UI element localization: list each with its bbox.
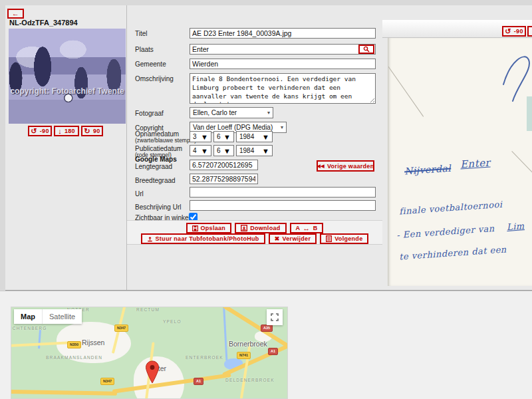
swap-a-b-button[interactable]: A ↔ B	[290, 223, 324, 233]
stream	[223, 307, 227, 360]
save-icon	[192, 225, 198, 231]
resize-grip-icon[interactable]	[368, 96, 374, 102]
stream	[38, 330, 41, 348]
map-area-label: LICHTENBERG	[11, 326, 47, 331]
beschrijving-url-input[interactable]	[190, 200, 376, 211]
n-road	[239, 342, 251, 399]
plaats-input[interactable]	[190, 44, 376, 55]
handwriting-line: Lim	[507, 221, 525, 232]
scanned-note: Nijverdal Enter finale voetbaltoernooi -…	[388, 38, 532, 286]
opslaan-button[interactable]: Opslaan	[186, 223, 232, 233]
handwriting-line: finale voetbaltoernooi	[399, 200, 503, 217]
breedtegraad-label: Breedtegraad	[135, 177, 176, 184]
map-type-control: Map Satellite	[14, 309, 82, 324]
chevron-down-icon: ▾	[281, 124, 283, 130]
handwriting-line: Nijverdal	[404, 163, 452, 177]
highway-road	[11, 390, 117, 396]
beschrijving-url-label: Beschrijving Url	[135, 203, 181, 211]
a-road-badge: A35	[261, 325, 273, 332]
double-left-arrow-icon: ◀◀	[317, 164, 325, 169]
photo-thumbnail: copyright: Fotoarchief Twente	[9, 29, 126, 124]
volgende-button[interactable]: Volgende	[320, 233, 368, 244]
gemeente-input[interactable]	[190, 59, 376, 69]
map-town-label: Bornerbroek	[229, 340, 267, 348]
gemeente-label: Gemeente	[135, 61, 166, 68]
handwriting-line: te verhinderen dat een	[399, 244, 507, 261]
map-tab[interactable]: Map	[14, 309, 42, 324]
publicatiedatum-day-select[interactable]: 4▼	[190, 145, 211, 156]
n-road-badge: N741	[237, 352, 251, 359]
opnamedatum-month-select[interactable]: 6▼	[213, 131, 234, 142]
back-button[interactable]: ←	[7, 9, 24, 19]
n-road-badge: N347	[114, 325, 128, 332]
map-area-label: BRAAKMANSLANDEN	[46, 355, 102, 360]
left-right-arrow-icon: ↔	[303, 225, 310, 232]
chevron-down-icon: ▼	[223, 133, 231, 141]
chevron-down-icon: ▾	[267, 110, 270, 116]
google-maps-heading: Google Maps	[135, 156, 177, 163]
rotate-ccw-icon: ↺	[505, 28, 511, 35]
satellite-tab[interactable]: Satellite	[42, 309, 82, 324]
download-icon	[241, 225, 247, 231]
watermark-text: copyright: Fotoarchief Twente	[9, 86, 126, 96]
map-pin[interactable]	[145, 360, 160, 384]
next-page-icon	[326, 235, 332, 242]
omschrijving-textarea[interactable]: Finale 8 Bondentoernooi. Een verdediger …	[190, 73, 376, 104]
plaats-label: Plaats	[135, 46, 154, 53]
record-id: NL-OdzTFA_347894	[9, 19, 78, 27]
chevron-down-icon: ▼	[201, 147, 208, 155]
publicatiedatum-year-select[interactable]: 1984▼	[236, 145, 273, 156]
omschrijving-label: Omschrijving	[135, 75, 174, 82]
publicatiedatum-month-select[interactable]: 6▼	[213, 145, 234, 156]
url-label: Url	[135, 190, 144, 198]
n-road-badge: N350	[67, 341, 81, 348]
scan-rotate-partial-button[interactable]	[527, 26, 532, 37]
rotate-180-button[interactable]: ↓ 180	[54, 126, 79, 136]
search-icon	[363, 46, 370, 53]
rotate-cw-icon: ↻	[84, 128, 90, 135]
a-road-badge: A1	[194, 378, 203, 385]
arrow-down-icon: ↓	[58, 128, 62, 135]
opnamedatum-year-select[interactable]: 1984▼	[236, 131, 273, 142]
map-area-label: YPELO	[163, 319, 182, 324]
verwijder-button[interactable]: ✖ Verwijder	[269, 233, 317, 244]
plaats-search-button[interactable]	[358, 45, 374, 54]
map-town-label: Rijssen	[82, 338, 104, 346]
titel-input[interactable]	[190, 28, 376, 39]
envelope-fold-line	[388, 57, 424, 117]
map-area-label: RECTUM	[136, 307, 160, 312]
lengtegraad-input[interactable]	[190, 160, 258, 170]
titel-label: Titel	[135, 30, 148, 37]
a-road-badge: A1	[268, 348, 278, 355]
vorige-waarden-button[interactable]: ◀◀ Vorige waarden	[317, 160, 374, 172]
upload-icon	[147, 236, 153, 242]
opnamedatum-day-select[interactable]: 3▼	[190, 131, 211, 142]
rotate-ccw-icon: ↺	[31, 128, 37, 135]
fotograaf-label: Fotograaf	[135, 110, 164, 117]
back-arrow-icon: ←	[12, 10, 19, 17]
download-button[interactable]: Download	[235, 223, 286, 233]
fotograaf-select[interactable]: Ellen, Carlo ter ▾	[190, 107, 273, 118]
lengtegraad-label: Lengtegraad	[135, 163, 172, 170]
rotate-ccw-button[interactable]: ↺ -90	[28, 126, 52, 136]
rotate-cw-button[interactable]: ↻ 90	[81, 126, 103, 136]
chevron-down-icon: ▼	[262, 133, 269, 141]
stuur-naar-fotobank-button[interactable]: Stuur naar Tubfotobank/PhotoHub	[141, 233, 265, 244]
chevron-down-icon: ▼	[223, 147, 231, 155]
chevron-down-icon: ▼	[262, 147, 269, 155]
map-area-label: DELDENERBROEK	[225, 378, 275, 382]
url-input[interactable]	[190, 187, 376, 198]
google-map[interactable]: NOTTER RECTUM YPELO LICHTENBERG BRAAKMAN…	[11, 307, 288, 399]
actions-bar: Opslaan Download A ↔ B Stuur naar Tubfot…	[127, 220, 382, 245]
envelope-fold-line	[511, 151, 532, 185]
column-divider	[126, 5, 127, 290]
map-area-label: ENTERBROEK	[186, 355, 223, 360]
stamp-fragment	[527, 96, 532, 131]
chevron-down-icon: ▼	[201, 133, 208, 141]
fullscreen-icon	[271, 313, 279, 321]
breedtegraad-input[interactable]	[190, 174, 258, 184]
fullscreen-button[interactable]	[267, 309, 283, 325]
scan-rotate-ccw-button[interactable]: ↺ -90	[502, 26, 526, 37]
handwriting-line: - Een verdediger van	[396, 223, 495, 240]
opnamedatum-sublabel: (zwarte/blauwe stempel)	[135, 137, 196, 144]
